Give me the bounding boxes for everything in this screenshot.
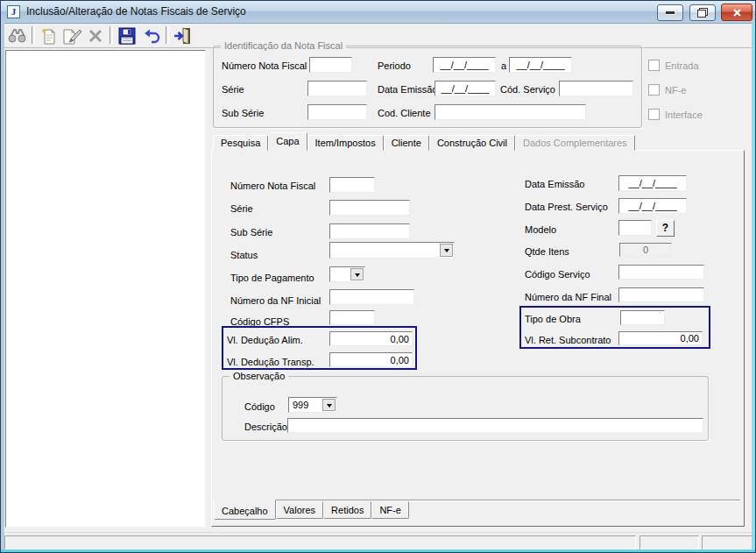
capa-data-emissao-input[interactable] bbox=[618, 175, 687, 191]
delete-button[interactable] bbox=[84, 25, 106, 46]
numero-nota-fiscal-input[interactable] bbox=[309, 57, 352, 73]
toolbar-separator bbox=[32, 26, 35, 44]
minimize-button[interactable] bbox=[657, 4, 683, 21]
cod-cliente-label: Cod. Cliente bbox=[378, 108, 431, 118]
minimize-icon bbox=[666, 11, 675, 14]
titlebar[interactable]: J Inclusão/Alteração de Notas Fiscais de… bbox=[1, 1, 755, 24]
restore-button[interactable] bbox=[689, 4, 716, 21]
window-title: Inclusão/Alteração de Notas Fiscais de S… bbox=[26, 5, 246, 18]
statusbar bbox=[4, 532, 753, 551]
close-icon bbox=[732, 8, 742, 18]
observacao-descricao-input[interactable] bbox=[287, 418, 703, 433]
status-label: Status bbox=[230, 250, 258, 260]
chevron-down-icon bbox=[327, 404, 332, 410]
nfe-checkbox[interactable] bbox=[648, 84, 660, 96]
notas-list-panel[interactable] bbox=[5, 50, 206, 528]
tab-item-impostos[interactable]: Item/Impostos bbox=[307, 135, 384, 151]
statusbar-panel-3 bbox=[702, 535, 753, 549]
cod-cliente-input[interactable] bbox=[435, 104, 586, 120]
periodo-to-input[interactable] bbox=[509, 57, 572, 73]
qtde-itens-input bbox=[619, 243, 672, 257]
app-window: J Inclusão/Alteração de Notas Fiscais de… bbox=[0, 0, 756, 553]
status-combo-button[interactable] bbox=[440, 244, 453, 257]
numero-nf-final-label: Número da NF Final bbox=[525, 292, 611, 302]
vl-ret-subcontrato-input[interactable] bbox=[618, 331, 703, 345]
edit-button[interactable] bbox=[60, 25, 82, 46]
vl-deducao-transp-input[interactable] bbox=[329, 352, 413, 367]
capa-numero-nota-fiscal-label: Número Nota Fiscal bbox=[230, 181, 315, 191]
periodo-from-input[interactable] bbox=[433, 57, 496, 73]
codigo-servico-label: Código Serviço bbox=[525, 269, 590, 280]
data-prest-servico-input[interactable] bbox=[618, 198, 687, 214]
tab-pesquisa[interactable]: Pesquisa bbox=[213, 135, 268, 151]
capa-serie-label: Série bbox=[230, 203, 253, 214]
modelo-help-button[interactable]: ? bbox=[656, 220, 675, 237]
find-button[interactable] bbox=[6, 25, 28, 46]
entrada-checkbox[interactable] bbox=[648, 60, 660, 71]
save-button[interactable] bbox=[116, 25, 138, 46]
undo-button[interactable] bbox=[140, 25, 162, 46]
toolbar-separator bbox=[166, 26, 169, 44]
codigo-cfps-input[interactable] bbox=[329, 310, 375, 325]
delete-icon bbox=[88, 29, 102, 43]
window-border-left bbox=[1, 23, 4, 552]
identificacao-legend: Identificação da Nota Fiscal bbox=[221, 40, 346, 51]
capa-numero-nota-fiscal-input[interactable] bbox=[329, 177, 375, 193]
bottom-tab-cabecalho[interactable]: Cabeçalho bbox=[214, 500, 276, 520]
cod-servico-input[interactable] bbox=[559, 81, 633, 96]
capa-sub-serie-input[interactable] bbox=[329, 223, 410, 239]
sub-serie-input[interactable] bbox=[307, 104, 367, 120]
bottom-tab-nfe[interactable]: NF-e bbox=[371, 501, 408, 519]
observacao-codigo-combo[interactable]: 999 bbox=[288, 397, 337, 413]
new-document-icon bbox=[41, 27, 57, 45]
numero-nf-inicial-input[interactable] bbox=[329, 289, 414, 305]
window-border-bottom bbox=[1, 549, 755, 552]
serie-input[interactable] bbox=[307, 81, 367, 96]
tab-cliente[interactable]: Cliente bbox=[384, 135, 429, 151]
capa-data-emissao-label: Data Emissão bbox=[525, 179, 584, 189]
tipo-obra-input[interactable] bbox=[620, 310, 665, 325]
close-button[interactable] bbox=[721, 4, 752, 21]
tipo-pagamento-label: Tipo de Pagamento bbox=[230, 273, 314, 283]
data-emissao-label: Data Emissão bbox=[378, 84, 437, 95]
exit-icon bbox=[173, 27, 192, 45]
tab-construcao-civil[interactable]: Construção Civil bbox=[429, 135, 515, 151]
edit-document-icon bbox=[62, 27, 81, 45]
exit-button[interactable] bbox=[172, 25, 194, 46]
observacao-codigo-combo-button[interactable] bbox=[322, 399, 336, 411]
tipo-pagamento-combo[interactable] bbox=[329, 266, 365, 282]
codigo-servico-input[interactable] bbox=[618, 265, 704, 280]
interface-checkbox[interactable] bbox=[648, 109, 660, 120]
observacao-descricao-label: Descrição bbox=[244, 422, 287, 432]
chevron-down-icon bbox=[355, 273, 360, 280]
bottom-tabs: Cabeçalho Valores Retidos NF-e bbox=[214, 501, 409, 520]
status-combo[interactable] bbox=[329, 242, 455, 259]
bottom-tab-valores[interactable]: Valores bbox=[276, 501, 323, 519]
new-button[interactable] bbox=[38, 25, 60, 46]
tipo-obra-label: Tipo de Obra bbox=[525, 314, 581, 324]
observacao-codigo-value: 999 bbox=[293, 400, 308, 410]
entrada-label: Entrada bbox=[665, 60, 699, 71]
tipo-pagamento-combo-button[interactable] bbox=[350, 268, 364, 280]
vl-deducao-alim-input[interactable] bbox=[329, 331, 413, 346]
statusbar-panel-2 bbox=[639, 535, 699, 549]
numero-nf-final-input[interactable] bbox=[618, 287, 704, 302]
capa-serie-input[interactable] bbox=[329, 200, 410, 216]
observacao-legend: Observação bbox=[230, 371, 288, 381]
chevron-down-icon bbox=[444, 249, 449, 255]
tab-capa[interactable]: Capa bbox=[268, 132, 307, 151]
vl-deducao-transp-label: Vl. Dedução Transp. bbox=[227, 357, 314, 367]
periodo-label: Periodo bbox=[378, 60, 411, 71]
modelo-input[interactable] bbox=[618, 220, 652, 236]
tab-dados-complementares: Dados Complementares bbox=[515, 135, 635, 151]
periodo-a-label: a bbox=[501, 60, 506, 71]
restore-icon bbox=[697, 10, 706, 18]
modelo-label: Modelo bbox=[525, 224, 556, 235]
window-border-right bbox=[752, 23, 755, 552]
vl-deducao-alim-label: Vl. Dedução Alim. bbox=[227, 335, 303, 345]
toolbar-separator bbox=[110, 26, 113, 44]
numero-nf-inicial-label: Número da NF Inicial bbox=[230, 295, 321, 306]
data-emissao-input[interactable] bbox=[435, 81, 496, 96]
cod-servico-label: Cód. Serviço bbox=[500, 84, 555, 95]
bottom-tab-retidos[interactable]: Retidos bbox=[323, 501, 371, 519]
